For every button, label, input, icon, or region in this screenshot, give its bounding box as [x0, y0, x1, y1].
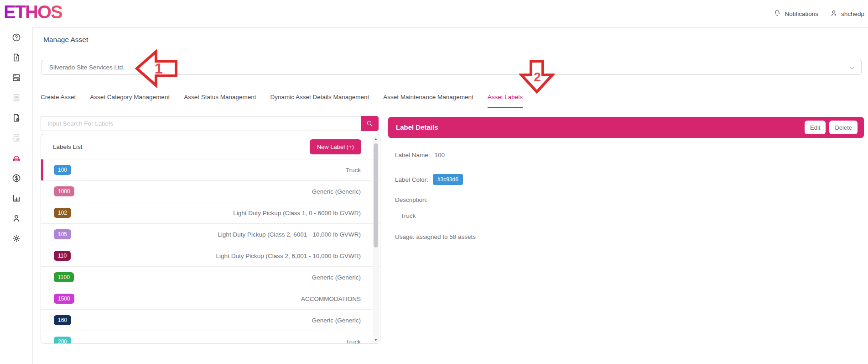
notifications-button[interactable]: Notifications	[774, 10, 818, 18]
label-details-panel: Label Details Edit Delete	[388, 117, 864, 138]
edit-button[interactable]: Edit	[805, 121, 826, 134]
label-badge: 100	[54, 165, 71, 175]
label-badge: 1100	[54, 272, 74, 282]
gear-icon	[12, 234, 21, 243]
dollar-icon	[12, 174, 21, 183]
label-badge: 1500	[54, 294, 74, 304]
label-color-chip: #3c93d6	[433, 174, 463, 185]
sidebar-item-documents[interactable]	[12, 53, 21, 62]
label-name: Generic (Generic)	[312, 188, 361, 195]
label-row-1000[interactable]: 1000Generic (Generic)	[41, 180, 380, 202]
tab-asset-status-management[interactable]: Asset Status Management	[184, 94, 256, 108]
username: shchedp	[841, 11, 864, 17]
chevron-down-icon	[849, 65, 855, 71]
label-row-110[interactable]: 110Light Duty Pickup (Class 2, 6,001 - 1…	[41, 245, 380, 266]
server-icon	[12, 73, 21, 82]
label-row-100[interactable]: 100Truck	[41, 159, 380, 180]
document-user-icon	[12, 133, 21, 142]
label-name-label: Label Name:	[395, 152, 430, 158]
label-name: Light Duty Pickup (Class 2, 6,001 - 10,0…	[216, 253, 361, 259]
label-name: Light Duty Pickup (Class 1, 0 - 6000 lb …	[233, 210, 361, 216]
label-row-1500[interactable]: 1500ACCOMMODATIONS	[41, 288, 380, 309]
page-title: Manage Asset	[43, 36, 88, 44]
labels-list-title: Labels List	[53, 143, 83, 150]
tab-create-asset[interactable]: Create Asset	[41, 94, 76, 108]
search-input[interactable]	[41, 116, 361, 131]
tab-dynamic-asset-details-management[interactable]: Dynamic Asset Details Management	[270, 94, 369, 108]
document-check-icon	[12, 113, 21, 122]
company-select-value: Silverado Site Services Ltd.	[49, 64, 125, 71]
label-badge: 160	[54, 315, 71, 325]
user-menu[interactable]: shchedp	[830, 10, 864, 18]
label-row-1100[interactable]: 1100Generic (Generic)	[41, 266, 380, 288]
labels-panel: Labels List New Label (+) 100Truck1000Ge…	[41, 134, 380, 344]
annotation-2-number: 2	[534, 70, 541, 84]
sidebar-item-forms[interactable]	[12, 93, 21, 102]
label-row-102[interactable]: 102Light Duty Pickup (Class 1, 0 - 6000 …	[41, 202, 380, 223]
sidebar-item-assets[interactable]	[12, 153, 21, 163]
scrollbar-thumb[interactable]	[374, 143, 378, 248]
delete-button[interactable]: Delete	[829, 121, 858, 134]
label-details-header: Label Details Edit Delete	[388, 117, 864, 138]
annotation-arrow-2: 2	[519, 59, 555, 94]
car-icon	[12, 153, 21, 163]
search-icon	[366, 120, 373, 127]
sidebar-item-personnel-docs[interactable]	[12, 133, 21, 142]
sidebar-item-settings[interactable]	[12, 234, 21, 243]
sidebar-item-users[interactable]	[12, 214, 21, 223]
label-name-row: Label Name: 100	[395, 152, 445, 158]
tab-asset-maintenance-management[interactable]: Asset Maintenance Management	[383, 94, 473, 108]
topbar: ETHOS Notifications shchedp	[0, 0, 868, 27]
document-alt-icon	[12, 93, 21, 102]
labels-scrollbar[interactable]: ▲ ▼	[373, 135, 379, 343]
new-label-button[interactable]: New Label (+)	[310, 139, 361, 154]
label-name-value: 100	[435, 152, 445, 158]
sidebar	[0, 27, 33, 364]
bar-chart-icon	[12, 194, 21, 203]
label-name: Generic (Generic)	[312, 274, 361, 281]
sidebar-item-help[interactable]	[12, 33, 21, 42]
label-row-160[interactable]: 160Generic (Generic)	[41, 309, 380, 331]
annotation-1-number: 1	[155, 60, 163, 77]
label-row-200[interactable]: 200Truck	[41, 331, 380, 344]
label-name: Truck	[346, 167, 361, 174]
user-icon	[830, 10, 837, 18]
sidebar-item-work-orders[interactable]	[12, 113, 21, 122]
label-color-row: Label Color: #3c93d6	[395, 174, 463, 185]
label-badge: 1000	[54, 186, 74, 196]
label-badge: 200	[54, 337, 71, 344]
scroll-up-icon[interactable]: ▲	[373, 136, 379, 142]
description-value: Truck	[400, 212, 416, 219]
ethos-logo: ETHOS	[4, 2, 62, 22]
selected-indicator	[41, 159, 43, 180]
sidebar-item-reports[interactable]	[12, 194, 21, 203]
person-icon	[12, 214, 21, 223]
label-name: ACCOMMODATIONS	[301, 295, 361, 302]
sidebar-item-inventory[interactable]	[12, 73, 21, 82]
annotation-arrow-1: 1	[135, 49, 178, 88]
label-details-title: Label Details	[396, 123, 438, 131]
search-button[interactable]	[361, 116, 379, 131]
app-root: ETHOS Notifications shchedp	[0, 0, 868, 364]
label-badge: 105	[54, 229, 71, 239]
label-color-label: Label Color:	[395, 176, 428, 183]
label-badge: 102	[54, 208, 71, 218]
tabs: Create AssetAsset Category ManagementAss…	[41, 94, 523, 108]
document-icon	[12, 53, 21, 62]
topbar-divider	[33, 27, 868, 28]
labels-list: 100Truck1000Generic (Generic)102Light Du…	[41, 159, 380, 344]
label-row-105[interactable]: 105Light Duty Pickup (Class 2, 6001 - 10…	[41, 223, 380, 245]
labels-panel-header: Labels List New Label (+)	[41, 134, 380, 159]
description-label: Description:	[395, 196, 427, 203]
sidebar-item-finance[interactable]	[12, 174, 21, 183]
scroll-down-icon[interactable]: ▼	[373, 337, 379, 343]
label-badge: 110	[54, 251, 71, 261]
bell-icon	[774, 10, 781, 18]
label-name: Generic (Generic)	[312, 317, 361, 324]
tab-asset-category-management[interactable]: Asset Category Management	[90, 94, 170, 108]
tab-asset-labels[interactable]: Asset Labels	[488, 94, 523, 108]
label-search	[41, 116, 379, 131]
label-name: Truck	[346, 338, 361, 344]
label-name: Light Duty Pickup (Class 2, 6001 - 10,00…	[218, 231, 361, 238]
usage-text: Usage: assigned to 58 assets	[395, 233, 476, 240]
